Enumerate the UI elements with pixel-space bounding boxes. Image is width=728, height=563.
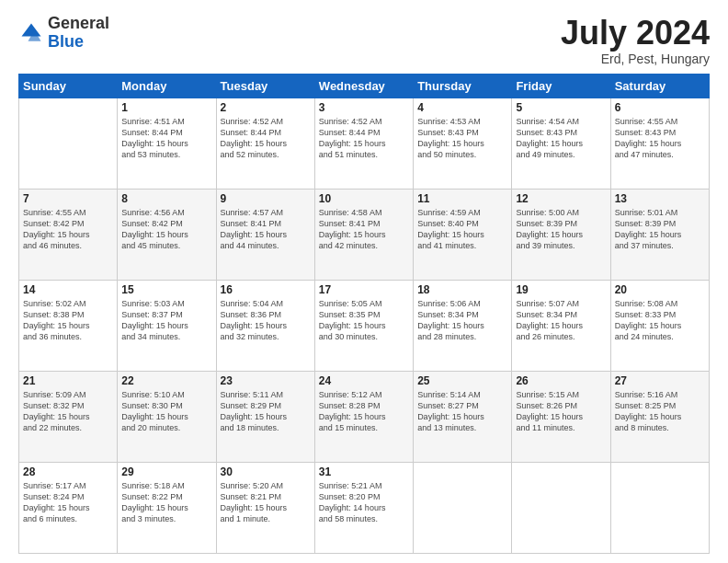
- day-number: 1: [121, 101, 211, 114]
- table-cell: 3Sunrise: 4:52 AM Sunset: 8:44 PM Daylig…: [314, 98, 413, 189]
- day-number: 26: [516, 374, 606, 387]
- day-number: 10: [319, 192, 409, 205]
- table-cell: 4Sunrise: 4:53 AM Sunset: 8:43 PM Daylig…: [414, 98, 512, 189]
- day-number: 7: [23, 192, 113, 205]
- day-number: 12: [516, 192, 606, 205]
- calendar-header-row: Sunday Monday Tuesday Wednesday Thursday…: [19, 74, 710, 98]
- table-cell: 23Sunrise: 5:11 AM Sunset: 8:29 PM Dayli…: [216, 371, 314, 462]
- day-number: 8: [121, 192, 211, 205]
- table-cell: 12Sunrise: 5:00 AM Sunset: 8:39 PM Dayli…: [512, 189, 610, 280]
- day-info: Sunrise: 5:10 AM Sunset: 8:30 PM Dayligh…: [121, 389, 211, 434]
- day-number: 25: [417, 374, 507, 387]
- day-info: Sunrise: 4:59 AM Sunset: 8:40 PM Dayligh…: [417, 207, 507, 252]
- table-cell: 31Sunrise: 5:21 AM Sunset: 8:20 PM Dayli…: [314, 462, 413, 553]
- logo: General Blue: [18, 15, 109, 52]
- day-info: Sunrise: 5:01 AM Sunset: 8:39 PM Dayligh…: [615, 207, 705, 252]
- table-cell: 7Sunrise: 4:55 AM Sunset: 8:42 PM Daylig…: [19, 189, 118, 280]
- table-cell: 11Sunrise: 4:59 AM Sunset: 8:40 PM Dayli…: [414, 189, 512, 280]
- day-info: Sunrise: 5:15 AM Sunset: 8:26 PM Dayligh…: [516, 389, 606, 434]
- logo-text: General Blue: [48, 15, 109, 52]
- day-number: 11: [417, 192, 507, 205]
- week-row-1: 1Sunrise: 4:51 AM Sunset: 8:44 PM Daylig…: [19, 98, 710, 189]
- title-block: July 2024 Erd, Pest, Hungary: [561, 15, 710, 66]
- day-info: Sunrise: 5:20 AM Sunset: 8:21 PM Dayligh…: [221, 480, 311, 525]
- logo-general-text: General: [48, 15, 109, 33]
- table-cell: [610, 462, 709, 553]
- day-info: Sunrise: 4:55 AM Sunset: 8:42 PM Dayligh…: [23, 207, 113, 252]
- svg-marker-0: [22, 23, 41, 36]
- day-info: Sunrise: 5:18 AM Sunset: 8:22 PM Dayligh…: [121, 480, 211, 525]
- day-number: 3: [319, 101, 409, 114]
- logo-blue-text: Blue: [48, 33, 109, 52]
- week-row-3: 14Sunrise: 5:02 AM Sunset: 8:38 PM Dayli…: [19, 280, 710, 371]
- day-number: 6: [615, 101, 705, 114]
- day-info: Sunrise: 4:55 AM Sunset: 8:43 PM Dayligh…: [615, 116, 705, 161]
- day-number: 20: [615, 283, 705, 296]
- page: General Blue July 2024 Erd, Pest, Hungar…: [0, 0, 728, 563]
- table-cell: [19, 98, 118, 189]
- day-number: 19: [516, 283, 606, 296]
- table-cell: 16Sunrise: 5:04 AM Sunset: 8:36 PM Dayli…: [216, 280, 314, 371]
- table-cell: 14Sunrise: 5:02 AM Sunset: 8:38 PM Dayli…: [19, 280, 118, 371]
- day-info: Sunrise: 4:53 AM Sunset: 8:43 PM Dayligh…: [417, 116, 507, 161]
- day-number: 30: [221, 465, 311, 478]
- table-cell: 26Sunrise: 5:15 AM Sunset: 8:26 PM Dayli…: [512, 371, 610, 462]
- day-info: Sunrise: 5:03 AM Sunset: 8:37 PM Dayligh…: [121, 298, 211, 343]
- calendar-table: Sunday Monday Tuesday Wednesday Thursday…: [18, 74, 710, 554]
- day-number: 9: [221, 192, 311, 205]
- day-number: 4: [417, 101, 507, 114]
- day-info: Sunrise: 5:21 AM Sunset: 8:20 PM Dayligh…: [319, 480, 409, 525]
- day-info: Sunrise: 5:07 AM Sunset: 8:34 PM Dayligh…: [516, 298, 606, 343]
- table-cell: 20Sunrise: 5:08 AM Sunset: 8:33 PM Dayli…: [610, 280, 709, 371]
- table-cell: 19Sunrise: 5:07 AM Sunset: 8:34 PM Dayli…: [512, 280, 610, 371]
- table-cell: 22Sunrise: 5:10 AM Sunset: 8:30 PM Dayli…: [118, 371, 216, 462]
- table-cell: 28Sunrise: 5:17 AM Sunset: 8:24 PM Dayli…: [19, 462, 118, 553]
- day-number: 29: [121, 465, 211, 478]
- day-info: Sunrise: 4:52 AM Sunset: 8:44 PM Dayligh…: [319, 116, 409, 161]
- table-cell: 2Sunrise: 4:52 AM Sunset: 8:44 PM Daylig…: [216, 98, 314, 189]
- table-cell: 13Sunrise: 5:01 AM Sunset: 8:39 PM Dayli…: [610, 189, 709, 280]
- day-info: Sunrise: 5:17 AM Sunset: 8:24 PM Dayligh…: [23, 480, 113, 525]
- table-cell: 5Sunrise: 4:54 AM Sunset: 8:43 PM Daylig…: [512, 98, 610, 189]
- day-number: 28: [23, 465, 113, 478]
- subtitle: Erd, Pest, Hungary: [561, 52, 710, 66]
- table-cell: 1Sunrise: 4:51 AM Sunset: 8:44 PM Daylig…: [118, 98, 216, 189]
- table-cell: [414, 462, 512, 553]
- table-cell: 18Sunrise: 5:06 AM Sunset: 8:34 PM Dayli…: [414, 280, 512, 371]
- week-row-4: 21Sunrise: 5:09 AM Sunset: 8:32 PM Dayli…: [19, 371, 710, 462]
- table-cell: 10Sunrise: 4:58 AM Sunset: 8:41 PM Dayli…: [314, 189, 413, 280]
- table-cell: 8Sunrise: 4:56 AM Sunset: 8:42 PM Daylig…: [118, 189, 216, 280]
- table-cell: 17Sunrise: 5:05 AM Sunset: 8:35 PM Dayli…: [314, 280, 413, 371]
- day-number: 5: [516, 101, 606, 114]
- table-cell: 21Sunrise: 5:09 AM Sunset: 8:32 PM Dayli…: [19, 371, 118, 462]
- col-saturday: Saturday: [610, 74, 709, 98]
- day-number: 14: [23, 283, 113, 296]
- day-number: 18: [417, 283, 507, 296]
- day-info: Sunrise: 5:14 AM Sunset: 8:27 PM Dayligh…: [417, 389, 507, 434]
- day-info: Sunrise: 4:57 AM Sunset: 8:41 PM Dayligh…: [221, 207, 311, 252]
- day-number: 22: [121, 374, 211, 387]
- day-info: Sunrise: 4:52 AM Sunset: 8:44 PM Dayligh…: [221, 116, 311, 161]
- day-number: 23: [221, 374, 311, 387]
- day-number: 31: [319, 465, 409, 478]
- day-number: 16: [221, 283, 311, 296]
- col-monday: Monday: [118, 74, 216, 98]
- day-number: 13: [615, 192, 705, 205]
- col-tuesday: Tuesday: [216, 74, 314, 98]
- table-cell: [512, 462, 610, 553]
- day-number: 21: [23, 374, 113, 387]
- day-info: Sunrise: 5:16 AM Sunset: 8:25 PM Dayligh…: [615, 389, 705, 434]
- day-info: Sunrise: 5:08 AM Sunset: 8:33 PM Dayligh…: [615, 298, 705, 343]
- table-cell: 27Sunrise: 5:16 AM Sunset: 8:25 PM Dayli…: [610, 371, 709, 462]
- day-info: Sunrise: 5:09 AM Sunset: 8:32 PM Dayligh…: [23, 389, 113, 434]
- col-thursday: Thursday: [414, 74, 512, 98]
- logo-icon: [18, 20, 44, 46]
- day-info: Sunrise: 5:02 AM Sunset: 8:38 PM Dayligh…: [23, 298, 113, 343]
- main-title: July 2024: [561, 15, 710, 52]
- day-info: Sunrise: 5:06 AM Sunset: 8:34 PM Dayligh…: [417, 298, 507, 343]
- day-number: 27: [615, 374, 705, 387]
- day-info: Sunrise: 4:56 AM Sunset: 8:42 PM Dayligh…: [121, 207, 211, 252]
- day-info: Sunrise: 4:58 AM Sunset: 8:41 PM Dayligh…: [319, 207, 409, 252]
- day-info: Sunrise: 5:04 AM Sunset: 8:36 PM Dayligh…: [221, 298, 311, 343]
- table-cell: 25Sunrise: 5:14 AM Sunset: 8:27 PM Dayli…: [414, 371, 512, 462]
